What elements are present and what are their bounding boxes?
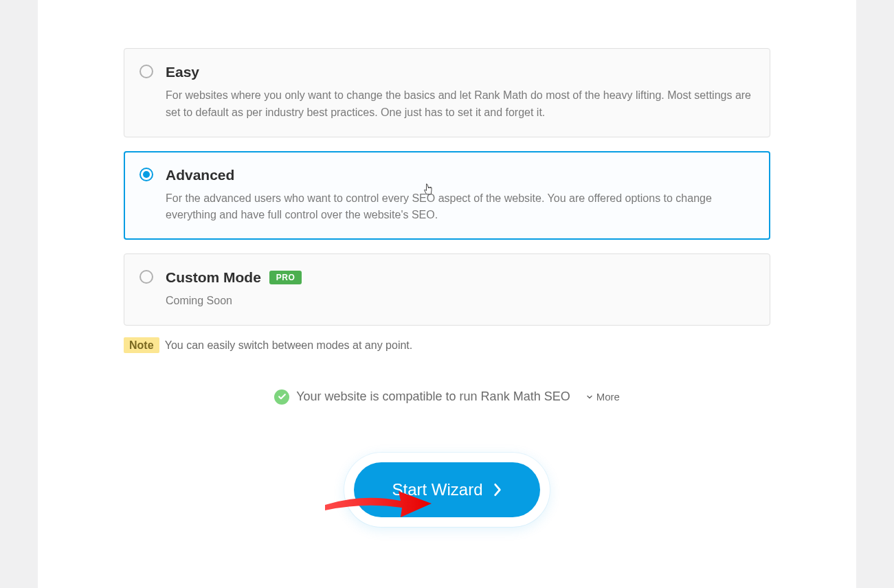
note-row: Note You can easily switch between modes… (124, 339, 770, 352)
option-easy[interactable]: Easy For websites where you only want to… (124, 48, 770, 137)
option-advanced-desc: For the advanced users who want to contr… (166, 190, 752, 225)
more-toggle[interactable]: More (585, 391, 620, 403)
start-wizard-button[interactable]: Start Wizard (354, 462, 539, 517)
option-easy-title: Easy (166, 64, 752, 80)
compatibility-row: Your website is compatible to run Rank M… (124, 389, 770, 405)
note-text: You can easily switch between modes at a… (162, 339, 413, 351)
button-glow: Start Wizard (344, 453, 549, 527)
radio-icon (139, 168, 153, 181)
chevron-down-icon (585, 393, 594, 401)
option-custom[interactable]: Custom Mode PRO Coming Soon (124, 253, 770, 326)
option-advanced[interactable]: Advanced For the advanced users who want… (124, 151, 770, 240)
note-label: Note (124, 337, 159, 353)
option-custom-title-text: Custom Mode (166, 269, 261, 286)
radio-icon (139, 65, 153, 78)
pro-badge: PRO (269, 271, 302, 284)
more-label: More (596, 391, 620, 403)
option-custom-title: Custom Mode PRO (166, 269, 752, 286)
radio-icon (139, 270, 153, 284)
button-wrap: Start Wizard (124, 453, 770, 527)
page-background: Easy For websites where you only want to… (0, 0, 894, 588)
option-easy-desc: For websites where you only want to chan… (166, 87, 752, 122)
compatibility-text: Your website is compatible to run Rank M… (296, 389, 570, 404)
option-custom-desc: Coming Soon (166, 293, 752, 310)
option-advanced-title: Advanced (166, 167, 752, 183)
start-wizard-label: Start Wizard (392, 480, 482, 499)
wizard-panel: Easy For websites where you only want to… (38, 0, 856, 588)
chevron-right-icon (493, 482, 502, 497)
check-circle-icon (274, 389, 289, 405)
